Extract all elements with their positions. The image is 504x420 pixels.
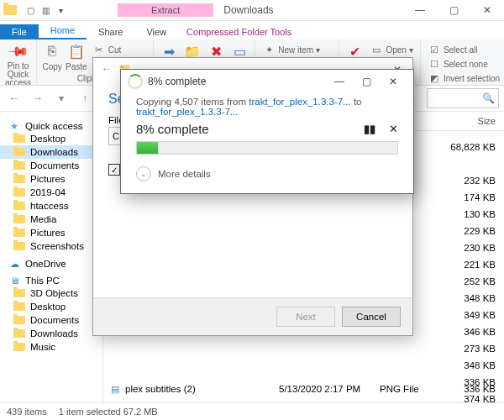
selection-info: 1 item selected 67.2 MB bbox=[59, 407, 158, 417]
folder-icon bbox=[13, 242, 25, 250]
search-icon: 🔍 bbox=[482, 92, 495, 104]
open-button[interactable]: ▭Open▾ bbox=[370, 43, 412, 56]
window-title: Downloads bbox=[223, 4, 273, 16]
back-button[interactable]: ← bbox=[5, 89, 24, 108]
cloud-icon: ☁ bbox=[8, 258, 20, 270]
pin-to-quick-access-button[interactable]: 📌 Pin to Quick access bbox=[5, 41, 31, 86]
percent-label: 8% complete bbox=[136, 122, 209, 136]
sidebar-item[interactable]: 2019-04 bbox=[0, 186, 102, 199]
progress-close-button[interactable]: ✕ bbox=[380, 71, 407, 92]
next-button: Next bbox=[276, 307, 335, 327]
folder-icon bbox=[13, 316, 25, 324]
file-icon: ▤ bbox=[108, 384, 122, 395]
sidebar-quick-access[interactable]: ★Quick access bbox=[0, 120, 102, 132]
sidebar-item[interactable]: Documents bbox=[0, 159, 102, 172]
progress-description: Copying 4,507 items from trakt_for_plex_… bbox=[136, 97, 398, 117]
sidebar-item[interactable]: Music bbox=[0, 340, 102, 354]
select-all-button[interactable]: ☑Select all bbox=[428, 43, 500, 56]
select-none-button[interactable]: ☐Select none bbox=[428, 57, 500, 71]
item-count: 439 items bbox=[7, 407, 47, 417]
star-icon: ★ bbox=[8, 120, 20, 132]
sidebar-onedrive[interactable]: ☁OneDrive bbox=[0, 258, 102, 270]
folder-icon bbox=[13, 302, 25, 311]
status-bar: 439 items 1 item selected 67.2 MB bbox=[0, 402, 504, 420]
cancel-button[interactable]: Cancel bbox=[342, 307, 401, 327]
folder-icon bbox=[13, 188, 25, 197]
folder-icon bbox=[13, 148, 25, 156]
minimize-button[interactable]: ― bbox=[403, 0, 437, 20]
open-icon: ▭ bbox=[370, 43, 383, 56]
pause-button[interactable]: ▮▮ bbox=[364, 123, 375, 135]
maximize-button[interactable]: ▢ bbox=[437, 0, 470, 20]
progress-bar bbox=[136, 141, 398, 155]
copy-progress-dialog: 8% complete ― ▢ ✕ Copying 4,507 items fr… bbox=[120, 69, 414, 194]
sidebar-item[interactable]: Screenshots bbox=[0, 239, 102, 253]
source-link[interactable]: trakt_for_plex_1.3.3-7... bbox=[249, 97, 350, 107]
size-cell: 348 KB bbox=[450, 293, 504, 310]
tab-compressed-tools[interactable]: Compressed Folder Tools bbox=[178, 24, 300, 39]
size-cell: 174 KB bbox=[450, 192, 504, 209]
paste-button[interactable]: 📋 Paste bbox=[66, 41, 87, 72]
sidebar-this-pc[interactable]: 🖥This PC bbox=[0, 275, 102, 286]
cut-button[interactable]: ✂Cut bbox=[92, 43, 147, 56]
folder-icon bbox=[13, 329, 25, 338]
qat-item[interactable]: ▾ bbox=[54, 3, 67, 17]
sidebar-item[interactable]: Downloads bbox=[0, 145, 102, 159]
size-cell: 273 KB bbox=[450, 344, 504, 360]
file-row[interactable]: ▤plex subtitles (2)5/13/2020 2:17 PMPNG … bbox=[103, 381, 504, 397]
paste-icon: 📋 bbox=[66, 41, 87, 61]
folder-icon bbox=[13, 134, 25, 143]
tab-share[interactable]: Share bbox=[87, 24, 134, 39]
sidebar-item[interactable]: Pictures bbox=[0, 172, 102, 186]
size-cell: 68,828 KB bbox=[450, 142, 504, 159]
folder-icon bbox=[13, 215, 25, 223]
qat-item[interactable]: ▢ bbox=[24, 3, 37, 17]
folder-icon bbox=[13, 202, 25, 210]
sidebar-item[interactable]: htaccess bbox=[0, 199, 102, 213]
folder-icon bbox=[13, 161, 25, 170]
cancel-progress-button[interactable]: ✕ bbox=[389, 123, 398, 135]
selectnone-icon: ☐ bbox=[428, 57, 441, 71]
up-button[interactable]: ↑ bbox=[76, 89, 94, 108]
ribbon-tabs: File Home Share View Compressed Folder T… bbox=[0, 21, 504, 39]
qat-item[interactable]: ▥ bbox=[39, 3, 52, 17]
sidebar-item[interactable]: Pictures bbox=[0, 226, 102, 239]
cut-icon: ✂ bbox=[92, 43, 106, 56]
back-arrow-icon[interactable]: ← bbox=[102, 63, 112, 75]
tab-home[interactable]: Home bbox=[39, 23, 87, 39]
window-title-bar: ▢ ▥ ▾ Extract Downloads ― ▢ ✕ bbox=[0, 0, 504, 21]
pin-icon: 📌 bbox=[8, 41, 29, 61]
progress-minimize-button[interactable]: ― bbox=[326, 71, 353, 92]
progress-title: 8% complete bbox=[148, 76, 206, 87]
spinner-icon bbox=[128, 74, 143, 89]
sidebar-item[interactable]: Downloads bbox=[0, 327, 102, 340]
sidebar-item[interactable]: Documents bbox=[0, 313, 102, 327]
size-cell: 232 KB bbox=[450, 176, 504, 192]
col-size[interactable]: Size bbox=[438, 116, 504, 126]
close-button[interactable]: ✕ bbox=[470, 0, 504, 20]
sidebar-item[interactable]: 3D Objects bbox=[0, 286, 102, 300]
tab-file[interactable]: File bbox=[0, 24, 39, 39]
size-cell: 230 KB bbox=[450, 243, 504, 260]
copy-button[interactable]: ⎘ Copy bbox=[42, 41, 62, 72]
search-box[interactable]: 🔍 bbox=[427, 88, 499, 108]
sidebar-item[interactable]: Media bbox=[0, 213, 102, 226]
newitem-icon: ✦ bbox=[262, 43, 276, 56]
progress-maximize-button[interactable]: ▢ bbox=[353, 71, 380, 92]
forward-button[interactable]: → bbox=[29, 89, 47, 108]
sidebar-item[interactable]: Desktop bbox=[0, 132, 102, 145]
dest-link[interactable]: trakt_for_plex_1.3.3-7... bbox=[136, 107, 238, 117]
new-item-button[interactable]: ✦New item▾ bbox=[262, 43, 332, 56]
navigation-pane: ★Quick access DesktopDownloadsDocumentsP… bbox=[0, 112, 103, 406]
quick-access-toolbar: ▢ ▥ ▾ bbox=[24, 3, 67, 17]
tab-view[interactable]: View bbox=[134, 24, 178, 39]
size-cell: 221 KB bbox=[450, 260, 504, 276]
pc-icon: 🖥 bbox=[8, 275, 20, 286]
invert-selection-button[interactable]: ◩Invert selection bbox=[428, 71, 500, 85]
recent-button[interactable]: ▾ bbox=[52, 89, 71, 108]
checkbox-icon: ✓ bbox=[108, 164, 120, 176]
more-details-toggle[interactable]: ⌄ More details bbox=[136, 166, 398, 181]
size-cell: 346 KB bbox=[450, 327, 504, 344]
folder-icon bbox=[3, 5, 17, 15]
sidebar-item[interactable]: Desktop bbox=[0, 300, 102, 313]
